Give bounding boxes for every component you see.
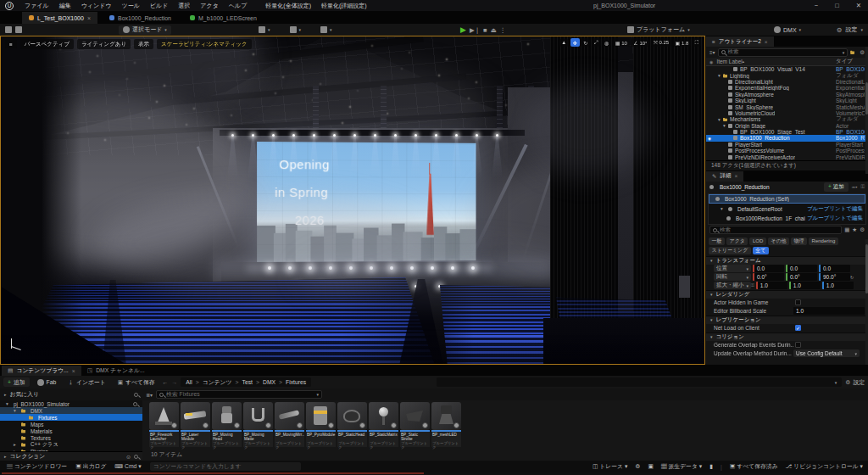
maximize-button[interactable]: □ bbox=[835, 2, 839, 9]
menu-item-7[interactable]: ヘルプ bbox=[224, 2, 253, 10]
dmx-dropdown[interactable]: DMX▾ bbox=[770, 25, 805, 35]
eject-button[interactable]: ⏏ bbox=[491, 26, 497, 34]
asset-tile-4[interactable]: BP_MovingMirr...ブループリント ク bbox=[275, 402, 304, 447]
trace-button[interactable]: ◫ トレース ▾ bbox=[593, 462, 627, 471]
asset-tile-1[interactable]: BP_LaserModuleブループリント ク bbox=[181, 402, 210, 447]
display-filter-icon[interactable]: ▦ bbox=[844, 226, 849, 233]
asset-tile-2[interactable]: BP_MovingHeadブループリント ク bbox=[212, 402, 242, 447]
scalability-warning[interactable]: スケーラビリティ:シネマティック bbox=[157, 39, 251, 49]
platforms-dropdown[interactable]: プラットフォーム▾ bbox=[623, 25, 694, 35]
filter-chip-4[interactable]: 物理 bbox=[791, 238, 807, 245]
maximize-viewport-button[interactable]: ⛶ bbox=[693, 38, 701, 47]
create-folder-icon[interactable] bbox=[850, 50, 854, 54]
tree-item-Textures[interactable]: Textures bbox=[0, 434, 142, 441]
transform-label-dropdown[interactable]: 位置▾ bbox=[714, 265, 751, 272]
checkbox[interactable]: ✓ bbox=[795, 325, 801, 331]
tree-item-Maps[interactable]: Maps bbox=[0, 421, 142, 428]
outliner-row-Box1000_Reduction[interactable]: ◉Box1000_ReductionBox1000_Reductio bbox=[706, 135, 868, 141]
breadcrumb-Fixtures[interactable]: Fixtures bbox=[286, 379, 306, 385]
x-value[interactable]: 1.0 bbox=[756, 282, 787, 289]
filter-chip-6[interactable]: ストリーミング bbox=[709, 247, 751, 254]
tab-outliner[interactable]: ≡アウトライナー2× bbox=[706, 36, 774, 47]
settings-dropdown[interactable]: ⚙設定▾ bbox=[837, 24, 863, 36]
filter-icon[interactable]: ≣▾ bbox=[146, 392, 153, 398]
world-coord-icon[interactable]: ◍ bbox=[602, 38, 611, 47]
menu-item-2[interactable]: ウィンドウ bbox=[76, 2, 117, 10]
move-tool-icon[interactable]: ✥ bbox=[570, 38, 580, 47]
network-icon[interactable]: ▮ bbox=[709, 463, 713, 470]
outliner-filter-icon[interactable]: ≡▾ bbox=[709, 49, 715, 55]
breadcrumb-All[interactable]: All bbox=[186, 379, 192, 385]
outliner-row-PreVizNDIReceiverActor[interactable]: PreVizNDIReceiverActorPreVizNDIReceive bbox=[706, 154, 868, 159]
grid-snap-toggle[interactable]: ▦ 10 bbox=[613, 38, 630, 47]
cmd-dropdown[interactable]: ⌨ Cmd ▾ bbox=[114, 463, 141, 470]
menu-item-3[interactable]: ツール bbox=[116, 2, 144, 10]
component-row-1[interactable]: ▾DefaultSceneRootブループリントで編集 bbox=[709, 204, 865, 214]
transform-label-dropdown[interactable]: 拡大・縮小▾ bbox=[714, 282, 751, 289]
revision-control-button[interactable]: ⎇ リビジョンコントロール ▾ bbox=[786, 462, 863, 471]
frame-skip-button[interactable]: ▶❘ bbox=[470, 26, 480, 34]
section-トランスフォーム[interactable]: ▾トランスフォーム bbox=[706, 256, 868, 265]
filter-chip-5[interactable]: Rendering bbox=[809, 238, 838, 245]
filter-chip-0[interactable]: 一般 bbox=[709, 238, 725, 245]
section-レプリケーション[interactable]: ▾レプリケーション bbox=[706, 316, 868, 324]
component-row-2[interactable]: Box1000Reduction_1F_chairsブループリントで編集 bbox=[709, 214, 865, 224]
z-value[interactable]: 1.0 bbox=[822, 282, 854, 289]
blueprints-dropdown[interactable]: ▾ bbox=[286, 25, 306, 35]
console-input[interactable]: コンソールコマンドを入力します bbox=[150, 462, 301, 471]
outliner-row-DirectionalLight[interactable]: DirectionalLightDirectionalLight bbox=[706, 79, 868, 85]
scale-snap-toggle[interactable]: ⤧ 0.25 bbox=[651, 38, 671, 47]
content-drawer-button[interactable]: ▤ コンテンツドロワー bbox=[7, 462, 67, 471]
show-dropdown[interactable]: 表示 bbox=[134, 39, 153, 49]
breadcrumb-DMX[interactable]: DMX bbox=[263, 379, 275, 385]
filter-chip-3[interactable]: その他 bbox=[768, 238, 789, 245]
viewport-options-button[interactable]: ≡ bbox=[5, 40, 17, 48]
blueprint-dropdown-icon[interactable]: ⫘▾ bbox=[852, 184, 858, 190]
details-settings-icon[interactable]: ⚙ bbox=[860, 226, 865, 233]
outliner-row-ExponentialHeightFog[interactable]: ExponentialHeightFogExponentialHeigh bbox=[706, 85, 868, 91]
forward-button[interactable]: → bbox=[171, 379, 177, 385]
z-value[interactable]: 90.0° bbox=[819, 273, 850, 281]
source-control-icon[interactable] bbox=[15, 26, 22, 33]
tab-dmx-channel[interactable]: ◳DMX チャンネル... bbox=[81, 366, 151, 376]
back-button[interactable]: ← bbox=[163, 379, 169, 385]
unreal-logo-icon[interactable]: U bbox=[5, 2, 14, 10]
edit-blueprint-link[interactable]: ブループリントで編集 bbox=[805, 205, 863, 213]
outliner-search-input[interactable]: 検索 ▾ bbox=[718, 48, 849, 57]
filter-chip-2[interactable]: LOD bbox=[749, 238, 765, 245]
tab-content-browser[interactable]: ▤コンテンツブラウ...× bbox=[2, 366, 81, 376]
outliner-row-Mechanisms[interactable]: ▾Mechanismsフォルダ bbox=[706, 116, 868, 122]
perspective-dropdown[interactable]: パースペクティブ bbox=[20, 39, 74, 49]
dock-combo[interactable]: ▾ bbox=[437, 377, 842, 387]
y-value[interactable]: 0.0 bbox=[786, 265, 817, 272]
content-settings-button[interactable]: ⚙設定 bbox=[845, 378, 865, 387]
x-value[interactable]: 0.0° bbox=[753, 273, 784, 281]
close-button[interactable]: ✕ bbox=[856, 2, 861, 9]
checkbox[interactable] bbox=[795, 342, 801, 348]
asset-tab-0[interactable]: L_Test_BOX1000× bbox=[22, 12, 97, 24]
lock-icon[interactable]: ⚿ bbox=[860, 184, 865, 190]
outliner-row-PlayerStart[interactable]: PlayerStartPlayerStart bbox=[706, 142, 868, 148]
asset-tile-9[interactable]: BP_meshLEDブループリント ク bbox=[431, 402, 461, 447]
collections-header[interactable]: ▸コレクション ⊙ bbox=[0, 451, 142, 461]
breadcrumb-Test[interactable]: Test bbox=[242, 379, 253, 385]
y-value[interactable]: 1.0 bbox=[789, 282, 821, 289]
add-component-button[interactable]: +追加 bbox=[824, 182, 849, 192]
menu-item-5[interactable]: 選択 bbox=[173, 2, 195, 10]
play-options-button[interactable]: ⋮ bbox=[500, 26, 507, 34]
tree-item-pj_BOX1000_Simulator[interactable]: ▾pj_BOX1000_Simulator bbox=[0, 400, 142, 407]
select-tool-icon[interactable]: ▲ bbox=[559, 39, 569, 47]
select-mode-dropdown[interactable]: 選択モード▾ bbox=[119, 25, 171, 35]
component-row-0[interactable]: Box1000_Reduction (Self) bbox=[709, 194, 865, 204]
view-mode-dropdown[interactable]: ライティングあり bbox=[77, 39, 131, 49]
tree-item-C++ クラス[interactable]: ▸C++ クラス bbox=[0, 441, 142, 448]
transform-label-dropdown[interactable]: 回転▾ bbox=[714, 273, 751, 281]
value-dropdown[interactable]: Use Config Default▾ bbox=[793, 349, 860, 357]
add-button[interactable]: +追加 bbox=[3, 377, 30, 387]
outliner-row-SkyLight[interactable]: SkyLightSkyLight bbox=[706, 98, 868, 103]
favorites-search-icon[interactable] bbox=[134, 393, 138, 397]
asset-tile-6[interactable]: BP_StaticHeadブループリント ク bbox=[337, 402, 367, 447]
details-search-input[interactable]: 検索 bbox=[709, 226, 842, 234]
capture-icon[interactable]: ▣ bbox=[648, 463, 653, 470]
add-actor-dropdown[interactable]: ▾ bbox=[254, 25, 275, 35]
